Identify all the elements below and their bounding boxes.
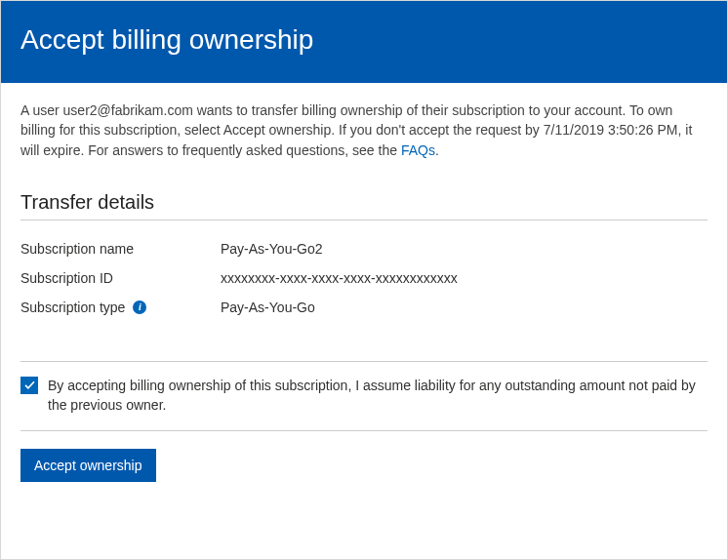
check-icon [23, 379, 36, 391]
accept-ownership-button[interactable]: Accept ownership [20, 449, 156, 482]
footer-actions: Accept ownership [20, 431, 708, 482]
subscription-type-label: Subscription type i [20, 300, 221, 315]
intro-text: A user user2@fabrikam.com wants to trans… [20, 100, 708, 160]
subscription-name-label: Subscription name [20, 241, 221, 257]
subscription-name-value: Pay-As-You-Go2 [221, 241, 323, 257]
faqs-link[interactable]: FAQs [401, 142, 435, 158]
subscription-id-label: Subscription ID [20, 270, 221, 286]
page-header: Accept billing ownership [1, 1, 727, 83]
intro-before: A user user2@fabrikam.com wants to trans… [20, 102, 692, 158]
table-row: Subscription type i Pay-As-You-Go [20, 293, 708, 322]
transfer-details-table: Subscription name Pay-As-You-Go2 Subscri… [20, 234, 708, 322]
table-row: Subscription name Pay-As-You-Go2 [20, 234, 708, 263]
page-title: Accept billing ownership [20, 24, 708, 56]
transfer-details-heading: Transfer details [20, 191, 708, 220]
consent-row: By accepting billing ownership of this s… [20, 362, 708, 431]
info-icon[interactable]: i [133, 300, 146, 314]
table-row: Subscription ID xxxxxxxx-xxxx-xxxx-xxxx-… [20, 263, 708, 293]
subscription-id-value: xxxxxxxx-xxxx-xxxx-xxxx-xxxxxxxxxxxx [221, 270, 458, 286]
page-content: A user user2@fabrikam.com wants to trans… [1, 83, 727, 501]
intro-after: . [435, 142, 439, 158]
subscription-type-value: Pay-As-You-Go [221, 300, 315, 315]
consent-text: By accepting billing ownership of this s… [48, 376, 708, 416]
consent-checkbox[interactable] [20, 377, 38, 394]
